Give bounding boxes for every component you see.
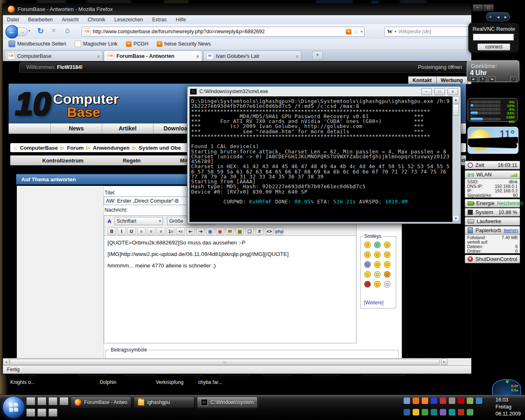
tray-icon[interactable] [476, 397, 482, 404]
tray-icon[interactable] [404, 397, 410, 404]
tray-icon[interactable] [413, 409, 419, 415]
quick-launch-row2 [26, 409, 57, 417]
taskbar-button[interactable]: ForumBase - Antwo... [71, 397, 131, 408]
clock-date: 06.11.2009 [495, 411, 521, 418]
windows-flag-icon [9, 402, 18, 412]
taskbar-button[interactable]: C:\ C:\Windows\system... [197, 397, 258, 408]
tray-icon[interactable] [422, 397, 428, 404]
tray-icon[interactable] [449, 409, 455, 415]
taskbar-clock[interactable]: 16:03 Freitag 06.11.2009 [495, 397, 521, 418]
tray-icon[interactable] [431, 397, 437, 404]
tray-icon[interactable] [422, 409, 428, 415]
tray-icon[interactable] [458, 397, 464, 404]
desktop-shortcut-icon[interactable] [48, 409, 57, 417]
tray-icon[interactable] [449, 397, 455, 404]
taskbar-buttons: ForumBase - Antwo... ighashgpu C:\ C:\Wi… [71, 397, 258, 408]
taskbar-items: ForumBase - Antwo... ighashgpu C:\ C:\Wi… [0, 0, 525, 420]
tray-icon[interactable] [467, 397, 473, 404]
desktop-shortcut-icon[interactable] [26, 397, 35, 405]
desktop-shortcut-icon[interactable] [59, 397, 68, 405]
tray-icon[interactable] [431, 409, 437, 415]
tray-icon[interactable] [440, 409, 446, 415]
desktop-shortcut-icon[interactable] [48, 397, 57, 405]
taskbar-button[interactable]: ighashgpu [134, 397, 194, 408]
screen: Knights o... Dolphin Verknüpfung chyba f… [0, 0, 525, 420]
tray-icon[interactable] [458, 409, 464, 415]
clock-time: 16:03 [495, 397, 521, 404]
tray-row1 [404, 397, 482, 404]
taskbar-button-icon [75, 399, 81, 406]
desktop-shortcut-icon[interactable] [37, 397, 46, 405]
taskbar-button-label: ighashgpu [147, 399, 170, 405]
desktop-shortcut-icon[interactable] [26, 409, 35, 417]
clock-day: Freitag [495, 404, 521, 411]
desktop-shortcut-icon[interactable] [37, 409, 46, 417]
taskbar-button-label: C:\Windows\system... [210, 399, 253, 405]
taskbar-button-icon [138, 399, 144, 406]
tray-icon[interactable] [440, 397, 446, 404]
tray-icon[interactable] [413, 397, 419, 404]
taskbar-button-label: ForumBase - Antwo... [84, 399, 127, 405]
taskbar-button-icon: C:\ [201, 399, 208, 406]
tray-row2 [404, 409, 473, 415]
tray-icon[interactable] [467, 409, 473, 415]
quick-launch-row1 [26, 397, 68, 405]
start-button[interactable] [2, 396, 25, 418]
tray-icon[interactable] [404, 409, 410, 415]
